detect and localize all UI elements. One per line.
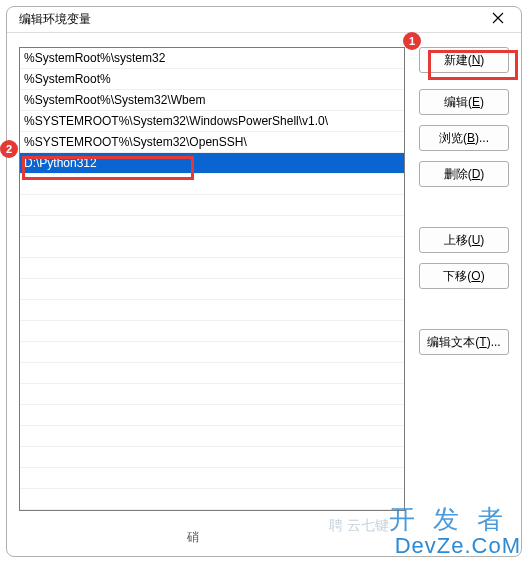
- path-list-row[interactable]: [20, 489, 404, 510]
- path-list-row[interactable]: [20, 363, 404, 384]
- movedown-button[interactable]: 下移(O): [419, 263, 509, 289]
- path-listbox[interactable]: %SystemRoot%\system32%SystemRoot%%System…: [19, 47, 405, 511]
- close-icon: [492, 11, 504, 27]
- titlebar: 编辑环境变量: [7, 7, 521, 33]
- path-list-row[interactable]: [20, 279, 404, 300]
- window-title: 编辑环境变量: [19, 11, 475, 28]
- path-list-row[interactable]: [20, 468, 404, 489]
- button-column: 新建(N) 编辑(E) 浏览(B)... 删除(D) 上移(U) 下移(O) 编…: [419, 47, 509, 511]
- footer-ok-partial: 硝: [187, 529, 199, 546]
- path-list-row[interactable]: %SystemRoot%\System32\Wbem: [20, 90, 404, 111]
- new-button[interactable]: 新建(N): [419, 47, 509, 73]
- annotation-badge-2: 2: [0, 140, 18, 158]
- path-list-row[interactable]: [20, 195, 404, 216]
- browse-button[interactable]: 浏览(B)...: [419, 125, 509, 151]
- path-list-row[interactable]: [20, 300, 404, 321]
- edit-button[interactable]: 编辑(E): [419, 89, 509, 115]
- dialog-content: %SystemRoot%\system32%SystemRoot%%System…: [7, 33, 521, 519]
- dialog-edit-env-var: 编辑环境变量 %SystemRoot%\system32%SystemRoot%…: [6, 6, 522, 557]
- path-list-row[interactable]: [20, 174, 404, 195]
- path-list-row[interactable]: [20, 237, 404, 258]
- path-list-row[interactable]: %SYSTEMROOT%\System32\OpenSSH\: [20, 132, 404, 153]
- delete-button[interactable]: 删除(D): [419, 161, 509, 187]
- path-list-row[interactable]: [20, 426, 404, 447]
- path-list-row[interactable]: [20, 216, 404, 237]
- path-list-row[interactable]: [20, 447, 404, 468]
- path-list-row[interactable]: [20, 342, 404, 363]
- path-list-row[interactable]: [20, 405, 404, 426]
- path-list-row[interactable]: [20, 258, 404, 279]
- moveup-button[interactable]: 上移(U): [419, 227, 509, 253]
- path-list-row[interactable]: D:\Python312: [20, 153, 404, 174]
- path-list-row[interactable]: %SYSTEMROOT%\System32\WindowsPowerShell\…: [20, 111, 404, 132]
- annotation-badge-1: 1: [403, 32, 421, 50]
- edittext-button[interactable]: 编辑文本(T)...: [419, 329, 509, 355]
- path-list-row[interactable]: %SystemRoot%: [20, 69, 404, 90]
- dialog-footer: 硝: [7, 519, 521, 556]
- close-button[interactable]: [475, 7, 521, 32]
- path-list-row[interactable]: [20, 384, 404, 405]
- path-list-row[interactable]: %SystemRoot%\system32: [20, 48, 404, 69]
- watermark-faint: 聘 云七键: [329, 517, 389, 535]
- path-list-row[interactable]: [20, 321, 404, 342]
